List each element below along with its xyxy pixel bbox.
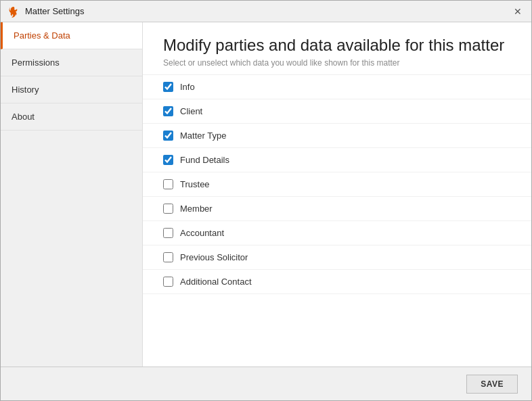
main-title: Modify parties and data available for th… [163,36,511,55]
checkbox-label-trustee: Trustee [180,179,210,189]
checkbox-row-accountant: Accountant [143,221,531,245]
checkbox-label-fund-details: Fund Details [180,155,229,165]
window-title: Matter Settings [25,6,84,16]
sidebar-item-history[interactable]: History [1,76,142,103]
checkbox-row-matter-type: Matter Type [143,124,531,148]
checkbox-label-info: Info [180,82,195,92]
checkbox-row-fund-details: Fund Details [143,148,531,172]
main-header: Modify parties and data available for th… [143,22,531,75]
checkbox-row-info: Info [143,75,531,99]
checkbox-member[interactable] [163,204,173,214]
checkbox-row-previous-solicitor: Previous Solicitor [143,245,531,270]
checkbox-info[interactable] [163,82,173,92]
main-subtitle: Select or unselect which data you would … [163,58,511,68]
window-body: Parties & Data Permissions History About… [1,22,531,367]
sidebar-item-permissions[interactable]: Permissions [1,49,142,76]
app-icon [7,5,20,18]
checkbox-label-matter-type: Matter Type [180,131,226,141]
close-button[interactable]: ✕ [511,5,525,18]
title-bar: Matter Settings ✕ [1,1,531,22]
save-button[interactable]: SAVE [466,375,518,394]
sidebar-item-parties-data[interactable]: Parties & Data [1,22,142,49]
sidebar: Parties & Data Permissions History About [1,22,143,367]
checkbox-row-trustee: Trustee [143,172,531,197]
sidebar-item-about[interactable]: About [1,103,142,131]
checkbox-previous-solicitor[interactable] [163,252,173,262]
checkbox-row-additional-contact: Additional Contact [143,270,531,294]
checkbox-label-member: Member [180,204,213,214]
checkbox-client[interactable] [163,106,173,116]
checkbox-label-previous-solicitor: Previous Solicitor [180,252,248,262]
checkbox-list: Info Client Matter Type Fund Details [143,75,531,367]
checkbox-row-member: Member [143,197,531,221]
footer: SAVE [1,367,531,400]
checkbox-label-additional-contact: Additional Contact [180,277,252,287]
checkbox-label-client: Client [180,106,202,116]
checkbox-additional-contact[interactable] [163,277,173,287]
main-content: Modify parties and data available for th… [143,22,531,367]
checkbox-accountant[interactable] [163,228,173,238]
matter-settings-window: Matter Settings ✕ Parties & Data Permiss… [0,0,532,401]
checkbox-fund-details[interactable] [163,155,173,165]
title-bar-left: Matter Settings [7,5,84,18]
checkbox-label-accountant: Accountant [180,228,224,238]
checkbox-matter-type[interactable] [163,131,173,141]
checkbox-trustee[interactable] [163,179,173,189]
checkbox-row-client: Client [143,99,531,124]
